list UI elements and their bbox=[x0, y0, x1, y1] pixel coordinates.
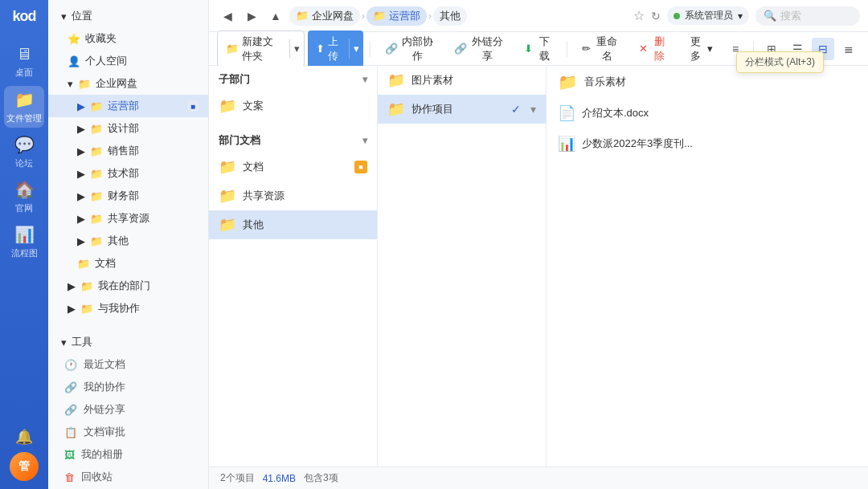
mid-panel: 📁 图片素材 📁 协作项目 ✓ ▾ bbox=[378, 66, 547, 467]
folder-icon-docs: 📁 bbox=[77, 258, 90, 270]
dropdown-icon: ▾ bbox=[738, 10, 743, 22]
sidebar-item-forum[interactable]: 💬 论坛 bbox=[4, 131, 44, 173]
sidebar-item-desktop[interactable]: 🖥 桌面 bbox=[4, 41, 44, 83]
home-icon: 🏠 bbox=[14, 180, 35, 199]
folder-icon-shared2: 📁 bbox=[219, 187, 236, 205]
nav-dept-sales[interactable]: ▶ 📁 销售部 bbox=[48, 140, 208, 162]
new-folder-dropdown[interactable]: ▾ bbox=[289, 39, 304, 58]
nav-dept-tech[interactable]: ▶ 📁 技术部 bbox=[48, 162, 208, 185]
nav-docs[interactable]: 📁 文档 bbox=[48, 252, 208, 275]
search-icon: 🔍 bbox=[764, 10, 776, 22]
up-button[interactable]: ▲ bbox=[265, 6, 286, 26]
upload-dropdown[interactable]: ▾ bbox=[349, 39, 363, 59]
panel-item-docs[interactable]: 📁 文档 ■ bbox=[209, 153, 377, 181]
breadcrumb-enterprise[interactable]: 📁 企业网盘 bbox=[289, 6, 360, 26]
file-item-shaoshu[interactable]: 📊 少数派2022年3季度刊... bbox=[547, 128, 868, 159]
breadcrumb: 📁 企业网盘 › 📁 运营部 › 其他 bbox=[289, 6, 630, 26]
left-panel: 子部门 ▾ 📁 文案 部门文档 ▾ 📁 文档 ■ 📁 共享资源 📁 bbox=[209, 66, 378, 467]
deptdocs-toggle[interactable]: ▾ bbox=[362, 135, 367, 146]
chevron-right-icon-sales: ▶ bbox=[77, 145, 85, 157]
more-dropdown-icon: ▾ bbox=[707, 43, 713, 55]
selected-check-icon: ✓ bbox=[511, 103, 521, 116]
rename-button[interactable]: ✏ 重命名 bbox=[574, 31, 628, 67]
forward-button[interactable]: ▶ bbox=[241, 6, 262, 26]
upload-icon: ⬆ bbox=[316, 43, 325, 55]
nav-dept-design[interactable]: ▶ 📁 设计部 bbox=[48, 117, 208, 140]
enterprise-folder-icon: 📁 bbox=[78, 78, 91, 90]
folder-icon-music: 📁 bbox=[558, 72, 578, 92]
folder-icon-other: 📁 bbox=[90, 235, 103, 247]
nav-my-collab[interactable]: ▶ 📁 与我协作 bbox=[48, 297, 208, 320]
excel-icon-shaoshu: 📊 bbox=[558, 135, 575, 153]
nav-tool-trash[interactable]: 🗑 回收站 bbox=[48, 466, 208, 488]
notification-bell[interactable]: 🔔 bbox=[15, 428, 33, 446]
detail-view-button[interactable]: ≣ bbox=[837, 38, 860, 60]
nav-tool-photos[interactable]: 🖼 我的相册 bbox=[48, 443, 208, 466]
deptdocs-header: 部门文档 ▾ bbox=[209, 127, 377, 153]
topbar: ◀ ▶ ▲ 📁 企业网盘 › 📁 运营部 › 其他 ☆ ↻ 系统管理员 bbox=[209, 0, 868, 32]
nav-tool-collab[interactable]: 🔗 我的协作 bbox=[48, 376, 208, 398]
user-info[interactable]: 系统管理员 ▾ bbox=[667, 6, 749, 25]
nav-tool-recent[interactable]: 🕐 最近文档 bbox=[48, 353, 208, 376]
external-share-icon: 🔗 bbox=[454, 43, 467, 55]
rename-icon: ✏ bbox=[582, 43, 591, 55]
nav-other[interactable]: ▶ 📁 其他 bbox=[48, 230, 208, 252]
active-indicator: ■ bbox=[187, 100, 199, 112]
panel-item-collab-proj[interactable]: 📁 协作项目 ✓ ▾ bbox=[378, 95, 546, 124]
sidebar-item-files[interactable]: 📁 文件管理 bbox=[4, 86, 44, 128]
photo-icon: 🖼 bbox=[64, 449, 75, 461]
collab-icon: 🔗 bbox=[64, 381, 77, 393]
recent-icon: 🕐 bbox=[64, 359, 77, 371]
file-item-intro[interactable]: 📄 介绍文本.docx bbox=[547, 98, 868, 128]
chevron-right-icon-other: ▶ bbox=[77, 235, 85, 247]
nav-tool-review[interactable]: 📋 文档审批 bbox=[48, 421, 208, 443]
refresh-button[interactable]: ↻ bbox=[651, 10, 661, 22]
person-icon: 👤 bbox=[68, 55, 80, 67]
back-button[interactable]: ◀ bbox=[217, 6, 238, 26]
nav-bookmarks[interactable]: ⭐ 收藏夹 bbox=[48, 27, 208, 50]
search-box[interactable]: 🔍 搜索 bbox=[755, 6, 860, 26]
chevron-right-icon-finance: ▶ bbox=[77, 190, 85, 202]
panel-item-images[interactable]: 📁 图片素材 bbox=[378, 66, 546, 95]
folder-icon-mydept: 📁 bbox=[80, 280, 93, 292]
main-area: ◀ ▶ ▲ 📁 企业网盘 › 📁 运营部 › 其他 ☆ ↻ 系统管理员 bbox=[209, 0, 868, 489]
breadcrumb-other[interactable]: 其他 bbox=[433, 6, 467, 26]
nav-tools-header[interactable]: ▾ 工具 bbox=[48, 331, 208, 353]
upload-button[interactable]: ⬆ 上传 ▾ bbox=[308, 31, 363, 67]
sidebar-item-workflow[interactable]: 📊 流程图 bbox=[4, 221, 44, 263]
nav-personal[interactable]: 👤 个人空间 bbox=[48, 50, 208, 72]
new-folder-button[interactable]: 📁 新建文件夹 ▾ bbox=[217, 31, 305, 67]
view-tooltip: 分栏模式 (Alt+3) bbox=[736, 51, 824, 73]
user-avatar[interactable]: 管 bbox=[10, 452, 39, 481]
nav-shared[interactable]: ▶ 📁 共享资源 bbox=[48, 207, 208, 230]
item-more-icon[interactable]: ▾ bbox=[530, 103, 536, 116]
panel-item-other[interactable]: 📁 其他 bbox=[209, 210, 377, 239]
nav-locations[interactable]: ▾ 位置 bbox=[48, 5, 208, 27]
nav-dept-finance[interactable]: ▶ 📁 财务部 bbox=[48, 185, 208, 207]
nav-dept-marketing[interactable]: ▶ 📁 运营部 ■ bbox=[48, 95, 208, 117]
delete-button[interactable]: ✕ 删除 bbox=[631, 31, 676, 67]
chevron-right-icon-mydept: ▶ bbox=[68, 280, 76, 292]
folder-icon-finance: 📁 bbox=[90, 190, 103, 202]
files-icon: 📁 bbox=[14, 90, 35, 109]
internal-share-button[interactable]: 🔗 内部协作 bbox=[377, 31, 444, 67]
subdept-toggle[interactable]: ▾ bbox=[362, 74, 367, 85]
panel-item-shared[interactable]: 📁 共享资源 bbox=[209, 181, 377, 210]
folder-icon: 📁 bbox=[90, 100, 103, 112]
breadcrumb-marketing[interactable]: 📁 运营部 bbox=[366, 6, 427, 26]
panel-item-wenc[interactable]: 📁 文案 bbox=[209, 92, 377, 120]
download-button[interactable]: ⬇ 下载 bbox=[516, 31, 561, 67]
forum-icon: 💬 bbox=[14, 135, 35, 154]
sidebar-item-official[interactable]: 🏠 官网 bbox=[4, 176, 44, 218]
favorite-button[interactable]: ☆ bbox=[633, 8, 645, 23]
more-button[interactable]: 更多 ▾ bbox=[679, 31, 721, 67]
nav-tool-share[interactable]: 🔗 外链分享 bbox=[48, 398, 208, 421]
nav-enterprise[interactable]: ▾ 📁 企业网盘 bbox=[48, 72, 208, 95]
external-share-button[interactable]: 🔗 外链分享 bbox=[446, 31, 513, 67]
new-folder-icon: 📁 bbox=[226, 43, 239, 55]
nav-panel: ▾ 位置 ⭐ 收藏夹 👤 个人空间 ▾ 📁 企业网盘 ▶ 📁 运营部 ■ ▶ 📁… bbox=[48, 0, 209, 489]
review-icon: 📋 bbox=[64, 426, 77, 438]
app-logo: kod bbox=[12, 8, 35, 25]
workflow-icon: 📊 bbox=[14, 225, 35, 244]
nav-my-dept[interactable]: ▶ 📁 我在的部门 bbox=[48, 275, 208, 297]
